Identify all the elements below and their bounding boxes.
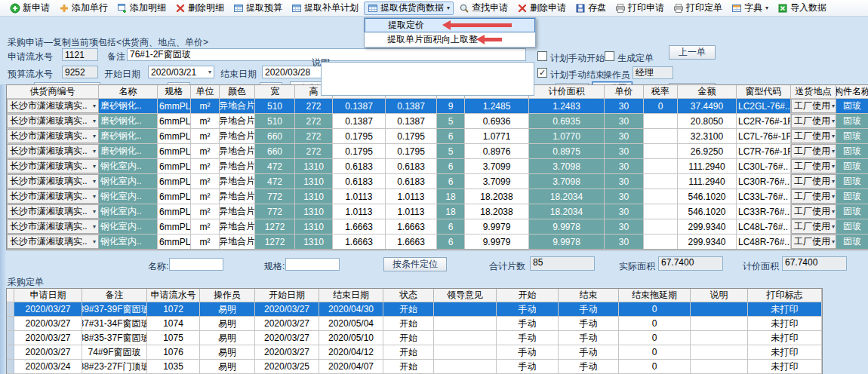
cell-tax-rate[interactable] [644, 144, 678, 158]
cell-leader-opinion[interactable] [434, 360, 497, 373]
cell-component[interactable]: 固玻 [836, 219, 868, 234]
cell-height[interactable]: 272 [295, 114, 333, 128]
cell-priced-area[interactable]: 1.2483 [529, 99, 605, 113]
cell-amount[interactable]: 546.1020 [678, 204, 737, 219]
cell-operator[interactable]: 易明 [200, 360, 255, 373]
cell-piece-priced-area[interactable]: 0.6183 [386, 174, 437, 189]
cell-height[interactable]: 272 [295, 144, 333, 158]
cell-priced-area[interactable]: 3.7098 [529, 159, 605, 173]
cell-actual-area[interactable]: 18.2038 [465, 204, 529, 219]
menu-item-extract-pricing[interactable]: 提取定价 [365, 18, 535, 32]
cell-color[interactable]: 异地合片 [220, 219, 255, 234]
col-header-width[interactable]: 宽 [255, 85, 295, 98]
cell-print-flag[interactable]: 未打印 [748, 317, 822, 330]
cell-amount[interactable]: 37.4490 [678, 99, 737, 113]
cell-name[interactable]: 钢化室内.. [99, 189, 158, 204]
cell-print-flag[interactable]: 未打印 [748, 360, 822, 373]
cell-unit-price[interactable]: 30 [605, 174, 644, 189]
cell-unit-price[interactable]: 30 [605, 189, 644, 204]
cell-leader-opinion[interactable] [434, 302, 497, 316]
cell-unit-price[interactable]: 30 [605, 144, 644, 158]
cell-priced-area[interactable]: 9.9978 [529, 219, 605, 234]
cell-unit-price[interactable]: 30 [605, 99, 644, 113]
cell-remark[interactable]: 89#37-39F窗固玻 [82, 302, 147, 316]
cell-unit-price[interactable]: 30 [605, 159, 644, 173]
cell-request-date[interactable]: 2020/03/27 [14, 302, 82, 316]
cell-end-date[interactable]: 2020/05/10 [319, 331, 383, 345]
col-header-operator[interactable]: 操作员 [200, 289, 255, 302]
delivery-location-combo[interactable]: 工厂使用▾ [791, 219, 836, 234]
delivery-location-combo[interactable]: 工厂使用▾ [791, 159, 836, 173]
cell-color[interactable]: 异地合片 [220, 189, 255, 204]
cell-priced-area[interactable]: 1.0770 [529, 129, 605, 143]
cell-piece-priced-area[interactable]: 1.6663 [386, 219, 437, 234]
col-header-component[interactable]: 构件名称 [836, 85, 868, 98]
chevron-down-icon[interactable]: ▾ [93, 178, 96, 185]
cell-height[interactable]: 272 [295, 99, 333, 113]
cell-priced-area[interactable]: 0.6935 [529, 114, 605, 128]
chevron-down-icon[interactable]: ▾ [93, 133, 96, 139]
chevron-down-icon[interactable]: ▾ [93, 208, 96, 215]
chevron-down-icon[interactable]: ▾ [93, 163, 96, 170]
cell-component[interactable]: 固玻 [836, 204, 868, 219]
table-row[interactable]: 长沙市潇湘玻璃实..▾钢化室内..6mmPLE..m²异地合片47213100.… [7, 159, 868, 174]
col-header-leader-opinion[interactable]: 领导意见 [434, 289, 497, 302]
cell-print-flag[interactable]: 未打印 [748, 302, 822, 316]
cell-component[interactable]: 固玻 [836, 144, 868, 158]
cell-window-code[interactable]: LC48R-76#.. [737, 235, 791, 249]
cell-width[interactable]: 1272 [255, 235, 295, 249]
col-header-start[interactable]: 开始 [497, 289, 559, 302]
cell-piece-area[interactable]: 0.1387 [333, 99, 386, 113]
chevron-down-icon[interactable]: ▾ [832, 238, 835, 245]
col-header-request-date[interactable]: 申请日期 [14, 289, 82, 302]
cell-color[interactable]: 异地合片 [220, 129, 255, 143]
cell-unit[interactable]: m² [191, 159, 220, 173]
cell-amount[interactable]: 111.2940 [678, 159, 737, 173]
cell-height[interactable]: 1310 [295, 174, 333, 189]
cell-operator[interactable]: 易明 [200, 331, 255, 345]
extract-supplement-plan-button[interactable]: 提取补单计划 [288, 2, 362, 15]
col-header-end[interactable]: 结束 [559, 289, 619, 302]
cell-piece-area[interactable]: 1.0113 [333, 189, 386, 204]
cell-name[interactable]: 钢化室内.. [99, 204, 158, 219]
table-row[interactable]: 长沙市潇湘玻璃实..▾钢化室内..6mmPLE..m²异地合片127213101… [7, 235, 868, 250]
dictionary-button[interactable]: 字典▾ [728, 2, 772, 15]
cell-height[interactable]: 1310 [295, 159, 333, 173]
cell-note[interactable] [691, 345, 748, 359]
cell-name[interactable]: 钢化室内.. [99, 174, 158, 189]
start-date-picker[interactable]: 2020/03/21▾ [148, 66, 214, 78]
col-header-amount[interactable]: 金额 [678, 85, 737, 98]
chevron-down-icon[interactable]: ▾ [832, 148, 835, 155]
cell-spec[interactable]: 6mmPLE.. [158, 144, 191, 158]
cell-color[interactable]: 异地合片 [220, 99, 255, 113]
cell-leader-opinion[interactable] [434, 345, 497, 359]
cell-name[interactable]: 磨砂钢化.. [99, 99, 158, 113]
cell-width[interactable]: 1272 [255, 219, 295, 234]
cell-width[interactable]: 772 [255, 189, 295, 204]
supplier-combo[interactable]: 长沙市潇湘玻璃实..▾ [7, 99, 99, 113]
cell-piece-priced-area[interactable]: 0.1795 [386, 129, 437, 143]
row-selector[interactable] [7, 345, 14, 359]
cell-width[interactable]: 660 [255, 144, 295, 158]
chevron-down-icon[interactable]: ▾ [93, 148, 96, 155]
cell-tax-rate[interactable]: 0 [644, 99, 678, 113]
cell-start-date[interactable]: 2020/03/27 [255, 345, 319, 359]
cell-end-date[interactable]: 2020/04/12 [319, 345, 383, 359]
cell-priced-area[interactable]: 0.8975 [529, 144, 605, 158]
cell-width[interactable]: 510 [255, 99, 295, 113]
cell-color[interactable]: 异地合片 [220, 159, 255, 173]
cell-width[interactable]: 472 [255, 159, 295, 173]
cell-end[interactable]: 手动 [559, 302, 619, 316]
supplier-combo[interactable]: 长沙市潇湘玻璃实..▾ [7, 144, 99, 158]
cell-unit-price[interactable]: 30 [605, 235, 644, 249]
delivery-location-combo[interactable]: 工厂使用▾ [791, 129, 836, 143]
row-selector[interactable] [7, 360, 14, 373]
cell-status[interactable]: 开始 [383, 331, 434, 345]
cell-unit[interactable]: m² [191, 174, 220, 189]
supplier-combo[interactable]: 长沙市潇湘玻璃实..▾ [7, 114, 99, 128]
row-selector[interactable] [7, 302, 14, 316]
cell-request-date[interactable]: 2020/03/27 [14, 331, 82, 345]
cell-qty[interactable]: 6 [437, 129, 465, 143]
cell-piece-priced-area[interactable]: 0.6183 [386, 159, 437, 173]
cell-actual-area[interactable]: 1.2485 [465, 99, 529, 113]
